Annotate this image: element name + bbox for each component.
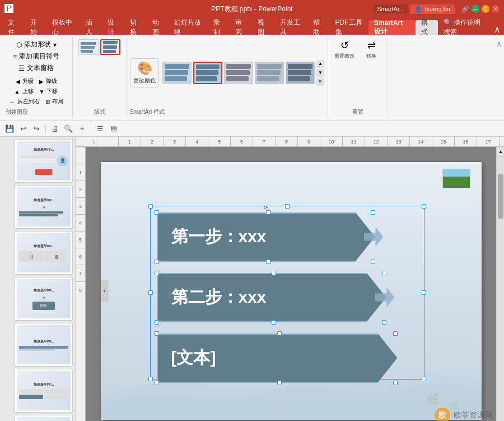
step3-shape[interactable]: [文本] — [157, 334, 398, 383]
step3-text[interactable]: [文本] — [171, 346, 216, 369]
create-shape-group-label: 创建图形 — [6, 106, 28, 116]
style-thumb-2[interactable] — [193, 62, 222, 84]
convert-icon: ⇌ — [367, 39, 376, 52]
tab-search[interactable]: 🔍 操作说明搜索 — [438, 20, 491, 35]
tab-design[interactable]: 设计 — [102, 20, 124, 35]
maximize-button[interactable]: □ — [482, 5, 489, 13]
style-thumb-1[interactable] — [162, 62, 192, 84]
step1-shape[interactable]: 第一步：xxx — [157, 212, 375, 262]
save-button[interactable]: 💾 — [3, 123, 16, 135]
handle-tr[interactable] — [422, 204, 426, 209]
style-scroll-down[interactable]: ▼ — [316, 69, 324, 77]
ribbon-collapse-btn[interactable]: ∧ — [491, 24, 504, 35]
add-bullet-label: 添加项目符号 — [19, 52, 59, 61]
step2-shape[interactable]: 第二步：xxx — [157, 273, 386, 322]
ruler-vertical: 1 2 3 4 5 6 7 8 — [76, 147, 86, 421]
tab-review[interactable]: 审阅 — [230, 20, 252, 35]
add-bullet-icon: ≡ — [13, 53, 17, 61]
tab-smartart-design[interactable]: SmartArt 设计 — [368, 20, 416, 35]
minimize-button[interactable]: — — [472, 5, 479, 13]
scroll-thumb-vertical[interactable] — [498, 174, 503, 219]
main-canvas-area: L 1 2 3 4 5 6 7 8 9 10 11 12 13 14 15 16… — [76, 137, 504, 421]
tab-developer[interactable]: 开发工具 — [274, 20, 307, 35]
create-shape-content: ⬡ 添加形状 ▾ ≡ 添加项目符号 ☰ 文本窗格 ◀ 升级 ▶ 降级 — [6, 39, 67, 106]
step1-rotate-handle[interactable]: ⟳ — [264, 205, 268, 211]
extra-button-1[interactable]: ☰ — [94, 123, 106, 135]
toolbar-separator-2 — [91, 124, 91, 133]
convert-button[interactable]: ⇌ 转换 — [360, 39, 383, 59]
slide-thumb-24[interactable]: 加速基平PP... ★ 图表 — [15, 277, 73, 321]
print-button[interactable]: 🖨 — [49, 123, 61, 135]
smartart-step-1[interactable]: ⟳ 第一步：xxx — [157, 212, 375, 262]
slide-preview-22: 加速基平PP... ★ — [17, 187, 71, 226]
style-scroll-up[interactable]: ▲ — [316, 60, 324, 68]
handle-ml[interactable] — [148, 290, 153, 295]
slide-thumb-26[interactable]: 加速基平PP... — [15, 369, 73, 413]
tab-file[interactable]: 文件 — [2, 20, 25, 35]
tab-home[interactable]: 开始 — [25, 20, 47, 35]
layout-thumb-2[interactable] — [100, 39, 120, 55]
tab-animations[interactable]: 动画 — [147, 20, 169, 35]
ribbon-content: ⬡ 添加形状 ▾ ≡ 添加项目符号 ☰ 文本窗格 ◀ 升级 ▶ 降级 — [0, 35, 504, 121]
style-thumb-5[interactable] — [286, 62, 315, 84]
add-shape-button[interactable]: ⬡ 添加形状 ▾ — [14, 39, 59, 50]
tab-view[interactable]: 视图 — [252, 20, 274, 35]
app-body: 21 加速基平PP... 👤 — [0, 137, 504, 421]
reset-graphic-button[interactable]: ↺ 重置图形 — [333, 39, 356, 59]
zoom-button[interactable]: 🔍 — [62, 123, 74, 135]
demote-button[interactable]: ▶ 降级 — [38, 77, 59, 86]
style-thumb-3[interactable] — [224, 62, 253, 84]
move-up-button[interactable]: ▲ 上移 — [13, 87, 35, 96]
change-color-button[interactable]: 🎨 更改颜色 — [130, 58, 159, 87]
slide-thumb-23[interactable]: 加速基平PP... ||| ||| — [15, 231, 73, 275]
tab-transitions[interactable]: 切换 — [124, 20, 147, 35]
share-icon[interactable]: 🔗 — [461, 6, 469, 13]
handle-mr[interactable] — [422, 290, 426, 295]
add-bullet-button[interactable]: ≡ 添加项目符号 — [11, 51, 62, 62]
extra-button-2[interactable]: ▤ — [108, 123, 120, 135]
handle-tl[interactable] — [148, 204, 153, 209]
text-pane-button[interactable]: ☰ 文本窗格 — [16, 63, 56, 73]
slide-canvas[interactable]: 🌿 🌿 ⟳ — [101, 162, 482, 420]
app-icon: 🅿 — [4, 4, 13, 14]
move-down-button[interactable]: ▼ 下移 — [38, 87, 60, 96]
scroll-up-button[interactable]: ▲ — [497, 147, 504, 157]
smartart-step-3[interactable]: [文本] — [157, 334, 398, 383]
ruler-horizontal: L 1 2 3 4 5 6 7 8 9 10 11 12 13 14 15 16… — [76, 137, 504, 147]
promote-button[interactable]: ◀ 升级 — [14, 77, 35, 86]
user-avatar-icon: 👤 — [414, 6, 422, 13]
undo-button[interactable]: ↩ — [17, 123, 29, 135]
slide-thumb-21[interactable]: 加速基平PP... 👤 — [15, 139, 73, 183]
window-title: PPT教程.pptx - PowerPoint — [211, 4, 292, 14]
tab-pdf[interactable]: PDF工具集 — [330, 20, 368, 35]
collapse-ribbon-button[interactable]: ∧ — [496, 39, 502, 48]
slide-prev-button[interactable]: ‹ — [101, 280, 109, 302]
text-pane-label: 文本窗格 — [27, 63, 54, 73]
scrollbar-vertical[interactable]: ▲ ▼ — [496, 147, 504, 421]
tab-record[interactable]: 录制 — [208, 20, 230, 35]
tab-template[interactable]: 模板中心 — [46, 20, 80, 35]
slide-thumb-27[interactable]: 加速基平PP... — [15, 415, 73, 421]
step1-text[interactable]: 第一步：xxx — [171, 225, 267, 248]
close-button[interactable]: ✕ — [492, 5, 500, 13]
tab-help[interactable]: 帮助 — [307, 20, 330, 35]
add-shape-label: 添加形状 — [24, 40, 51, 49]
smartart-step-2[interactable]: 第二步：xxx — [157, 273, 386, 322]
handle-tc[interactable] — [285, 204, 290, 209]
style-scroll-more[interactable]: ≡ — [316, 78, 324, 86]
slide-thumb-22[interactable]: 加速基平PP... ★ — [15, 185, 73, 229]
ribbon-group-reset: ↺ 重置图形 ⇌ 转换 重置 — [328, 37, 388, 118]
tab-format[interactable]: 格式 — [416, 20, 438, 35]
cursor-button[interactable]: ⌖ — [76, 123, 88, 135]
slide-thumb-25[interactable]: 加速基平PP... — [15, 323, 73, 367]
canvas-scroll[interactable]: 🌿 🌿 ⟳ — [86, 147, 496, 421]
redo-button[interactable]: ↪ — [30, 123, 43, 135]
tab-slideshow[interactable]: 幻灯片放映 — [169, 20, 207, 35]
step2-text[interactable]: 第二步：xxx — [171, 286, 267, 309]
layout-button[interactable]: ⊞ 布局 — [44, 97, 65, 106]
ltr-button[interactable]: ↔ 从左到右 — [8, 97, 41, 106]
tab-insert[interactable]: 插入 — [80, 20, 102, 35]
demote-icon: ▶ — [39, 78, 44, 85]
layout-thumb-1[interactable] — [78, 39, 99, 55]
style-thumb-4[interactable] — [255, 62, 284, 84]
